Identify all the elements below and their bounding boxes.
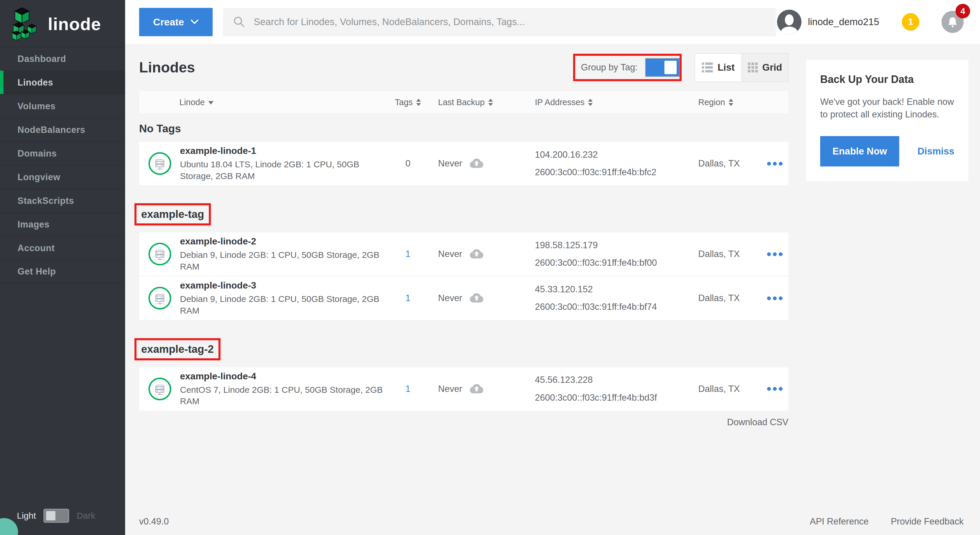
cloud-upload-icon — [470, 293, 483, 303]
sidebar-item-domains[interactable]: Domains — [0, 141, 125, 165]
sort-icon — [729, 99, 733, 106]
download-csv-link[interactable]: Download CSV — [139, 417, 788, 428]
linode-specs: Debian 9, Linode 2GB: 1 CPU, 50GB Storag… — [180, 249, 388, 272]
theme-toggle-knob — [46, 511, 56, 521]
theme-toggle: Light Dark — [17, 509, 95, 523]
linode-status-icon — [148, 243, 171, 265]
group-by-tag-toggle[interactable] — [645, 58, 679, 77]
group-by-tag-annotation-box: Group by Tag: — [573, 54, 682, 81]
sidebar-item-label: NodeBalancers — [18, 125, 85, 135]
row-actions-menu-button[interactable] — [764, 159, 786, 169]
tags-count-link[interactable]: 1 — [406, 384, 410, 394]
search-input[interactable] — [254, 16, 766, 27]
group-title-annotated: example-tag-2 — [134, 338, 221, 360]
toggle-knob — [664, 61, 677, 74]
sidebar-item-account[interactable]: Account — [0, 236, 125, 260]
ipv6-address: 2600:3c00::f03c:91ff:fe4b:bfc2 — [535, 163, 688, 181]
main-content: Linodes Group by Tag: — [125, 44, 980, 535]
create-button[interactable]: Create — [139, 8, 213, 36]
chat-bubble[interactable] — [0, 518, 18, 535]
theme-toggle-switch[interactable] — [43, 509, 69, 523]
linode-name-link[interactable]: example-linode-2 — [180, 236, 388, 247]
username[interactable]: linode_demo215 — [808, 16, 879, 27]
ellipsis-menu-icon — [767, 252, 771, 256]
region: Dallas, TX — [688, 384, 761, 394]
sidebar: linode Dashboard Linodes Volumes NodeBal… — [0, 0, 125, 535]
column-header-ip-addresses[interactable]: IP Addresses — [522, 97, 688, 107]
sort-icon — [416, 99, 421, 106]
linode-status-icon — [148, 152, 171, 175]
column-header-region[interactable]: Region — [688, 97, 761, 107]
row-actions-menu-button[interactable] — [764, 294, 786, 303]
page-header: Linodes Group by Tag: — [139, 44, 788, 91]
cloud-upload-icon — [470, 158, 483, 169]
list-view-button[interactable]: List — [695, 54, 741, 81]
group-by-tag-label: Group by Tag: — [581, 62, 638, 73]
table-row: example-linode-2 Debian 9, Linode 2GB: 1… — [139, 232, 788, 276]
api-reference-link[interactable]: API Reference — [810, 516, 869, 527]
bell-icon — [947, 16, 958, 28]
group-title-annotated: example-tag — [134, 203, 211, 225]
list-view-icon — [702, 62, 713, 72]
credit-badge[interactable]: 1 — [902, 13, 920, 31]
ipv4-address: 104.200.16.232 — [535, 146, 688, 163]
tags-count-link[interactable]: 1 — [406, 249, 410, 259]
ellipsis-menu-icon — [767, 387, 771, 391]
linode-name-link[interactable]: example-linode-3 — [180, 280, 388, 291]
avatar[interactable] — [777, 10, 802, 34]
server-icon — [153, 382, 167, 396]
sidebar-item-volumes[interactable]: Volumes — [0, 94, 125, 118]
linode-name-link[interactable]: example-linode-1 — [180, 145, 388, 156]
ipv4-address: 198.58.125.179 — [535, 236, 688, 254]
sidebar-item-linodes[interactable]: Linodes — [0, 70, 125, 94]
ellipsis-menu-icon — [767, 296, 771, 300]
dismiss-button[interactable]: Dismiss — [917, 146, 955, 157]
region: Dallas, TX — [688, 158, 761, 169]
column-header-linode[interactable]: Linode — [139, 97, 390, 107]
column-header-tags[interactable]: Tags — [390, 97, 426, 107]
page-footer: v0.49.0 API Reference Provide Feedback — [139, 516, 964, 527]
sort-icon — [488, 99, 493, 106]
row-actions-menu-button[interactable] — [764, 384, 786, 394]
page-title: Linodes — [139, 59, 195, 76]
region: Dallas, TX — [688, 249, 761, 259]
provide-feedback-link[interactable]: Provide Feedback — [891, 516, 964, 527]
backup-panel: Back Up Your Data We've got your back! E… — [806, 60, 968, 181]
row-actions-menu-button[interactable] — [764, 249, 786, 259]
sidebar-item-label: Dashboard — [18, 54, 66, 64]
sidebar-item-label: Domains — [18, 149, 57, 159]
sort-icon — [208, 101, 213, 105]
ipv4-address: 45.33.120.152 — [535, 281, 688, 298]
grid-view-button[interactable]: Grid — [741, 54, 788, 81]
server-icon — [153, 248, 167, 261]
sidebar-item-label: Images — [18, 219, 49, 230]
sidebar-item-longview[interactable]: Longview — [0, 165, 125, 188]
sidebar-item-label: Volumes — [18, 101, 56, 112]
notification-count-badge: 4 — [956, 4, 970, 18]
sidebar-item-nodebalancers[interactable]: NodeBalancers — [0, 118, 125, 141]
linode-name-link[interactable]: example-linode-4 — [180, 371, 388, 382]
group-title: No Tags — [139, 123, 788, 135]
linode-logo-icon — [11, 8, 40, 40]
ipv6-address: 2600:3c00::f03c:91ff:fe4b:bf74 — [535, 298, 688, 316]
grid-view-icon — [748, 62, 758, 72]
topbar-right: linode_demo215 1 4 — [777, 10, 964, 34]
linode-logo[interactable]: linode — [0, 0, 125, 47]
enable-now-button[interactable]: Enable Now — [820, 136, 899, 166]
sidebar-item-images[interactable]: Images — [0, 212, 125, 236]
cloud-upload-icon — [470, 384, 483, 394]
theme-dark-label: Dark — [77, 511, 95, 521]
sidebar-item-get-help[interactable]: Get Help — [0, 260, 125, 283]
server-icon — [153, 157, 167, 170]
column-header-last-backup[interactable]: Last Backup — [426, 97, 522, 107]
ipv6-address: 2600:3c00::f03c:91ff:fe4b:bf00 — [535, 254, 688, 271]
ipv4-address: 45.56.123.228 — [535, 371, 688, 389]
create-button-label: Create — [153, 16, 184, 28]
tags-count-link[interactable]: 1 — [406, 293, 410, 303]
brand-name: linode — [48, 14, 101, 34]
last-backup-value: Never — [438, 158, 462, 169]
sidebar-item-stackscripts[interactable]: StackScripts — [0, 188, 125, 212]
group-example-tag-2: example-tag-2 — [139, 329, 788, 410]
avatar-person-icon — [785, 14, 794, 26]
sidebar-item-dashboard[interactable]: Dashboard — [0, 47, 125, 70]
